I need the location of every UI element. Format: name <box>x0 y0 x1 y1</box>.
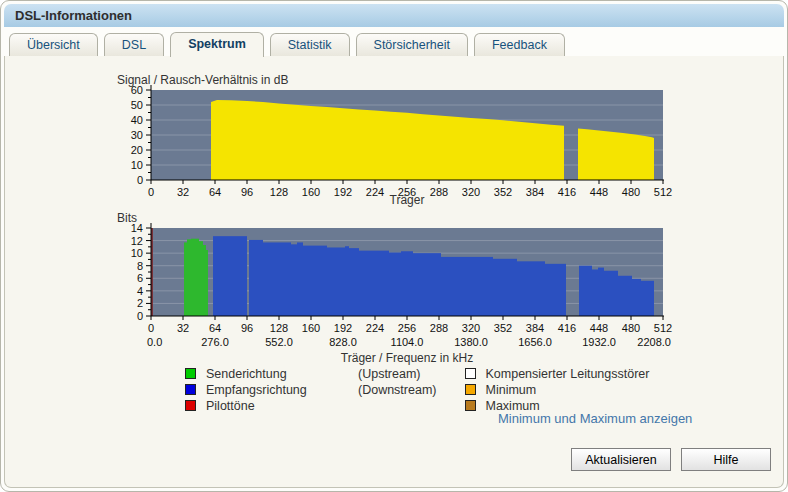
tab-stoersicherheit[interactable]: Störsicherheit <box>356 33 468 56</box>
help-button[interactable]: Hilfe <box>681 448 771 471</box>
svg-text:480: 480 <box>622 322 640 334</box>
svg-text:50: 50 <box>131 99 143 111</box>
svg-text:32: 32 <box>177 322 189 334</box>
tab-feedback[interactable]: Feedback <box>474 33 565 56</box>
svg-text:40: 40 <box>131 114 143 126</box>
svg-text:416: 416 <box>558 322 576 334</box>
svg-text:828.0: 828.0 <box>329 336 357 348</box>
svg-text:0: 0 <box>148 322 154 334</box>
tab-statistik[interactable]: Statistik <box>270 33 350 56</box>
svg-text:12: 12 <box>131 235 143 247</box>
svg-text:64: 64 <box>209 322 221 334</box>
legend-label: Kompensierter Leitungsstörer <box>486 367 650 381</box>
svg-text:224: 224 <box>366 322 384 334</box>
svg-text:224: 224 <box>366 186 384 198</box>
svg-text:288: 288 <box>430 322 448 334</box>
legend-item-upstream: Senderichtung(Upstream) <box>185 366 437 381</box>
svg-text:480: 480 <box>622 186 640 198</box>
svg-text:288: 288 <box>430 186 448 198</box>
legend-label: Senderichtung <box>206 367 358 381</box>
svg-text:64: 64 <box>209 186 221 198</box>
legend-swatch-minimum <box>465 384 476 395</box>
svg-text:0: 0 <box>148 186 154 198</box>
svg-text:192: 192 <box>334 186 352 198</box>
svg-text:96: 96 <box>241 186 253 198</box>
svg-text:30: 30 <box>131 129 143 141</box>
svg-text:14: 14 <box>131 222 143 234</box>
window-panel: DSL-Informationen ÜbersichtDSLSpektrumSt… <box>0 0 788 492</box>
svg-text:320: 320 <box>462 186 480 198</box>
window-title: DSL-Informationen <box>4 4 784 27</box>
svg-text:10: 10 <box>131 159 143 171</box>
svg-text:1104.0: 1104.0 <box>391 336 424 348</box>
chart-svg: Signal / Rausch-Verhältnis in dB01020304… <box>107 72 679 208</box>
svg-text:416: 416 <box>558 186 576 198</box>
svg-text:352: 352 <box>494 186 512 198</box>
svg-text:6: 6 <box>137 272 143 284</box>
svg-text:448: 448 <box>590 186 608 198</box>
svg-text:4: 4 <box>137 285 143 297</box>
legend-label: Empfangsrichtung <box>206 383 358 397</box>
tab-uebersicht[interactable]: Übersicht <box>9 33 98 56</box>
svg-text:160: 160 <box>302 186 320 198</box>
chart-svg: Bits024681012140326496128160192224256288… <box>107 210 693 366</box>
svg-text:1380.0: 1380.0 <box>454 336 488 348</box>
show-min-max-link[interactable]: Minimum und Maximum anzeigen <box>498 411 692 426</box>
legend-swatch-kompensierter-leitungsstoerer <box>465 368 476 379</box>
svg-text:32: 32 <box>177 186 189 198</box>
svg-text:512: 512 <box>654 186 672 198</box>
legend-item-minimum: Minimum <box>465 382 650 397</box>
svg-text:448: 448 <box>590 322 608 334</box>
refresh-button[interactable]: Aktualisieren <box>571 448 671 471</box>
svg-text:256: 256 <box>398 322 416 334</box>
svg-text:10: 10 <box>131 247 143 259</box>
legend-item-pilottoene: Pilottöne <box>185 398 437 413</box>
svg-text:Träger: Träger <box>390 193 425 207</box>
tab-dsl[interactable]: DSL <box>104 33 164 56</box>
svg-text:60: 60 <box>131 84 143 96</box>
svg-text:352: 352 <box>494 322 512 334</box>
svg-text:20: 20 <box>131 144 143 156</box>
legend-label: Minimum <box>486 383 537 397</box>
svg-text:8: 8 <box>137 260 143 272</box>
svg-text:128: 128 <box>270 322 288 334</box>
svg-text:96: 96 <box>241 322 253 334</box>
svg-text:276.0: 276.0 <box>201 336 229 348</box>
svg-text:0: 0 <box>137 310 143 322</box>
legend-swatch-downstream <box>185 384 196 395</box>
button-row: Aktualisieren Hilfe <box>571 448 771 471</box>
snr-chart: Signal / Rausch-Verhältnis in dB01020304… <box>107 72 679 212</box>
svg-text:320: 320 <box>462 322 480 334</box>
svg-text:192: 192 <box>334 322 352 334</box>
chart-legend: Senderichtung(Upstream)Empfangsrichtung(… <box>185 366 649 413</box>
legend-note: (Downstream) <box>358 383 437 397</box>
svg-text:0: 0 <box>137 174 143 186</box>
legend-item-downstream: Empfangsrichtung(Downstream) <box>185 382 437 397</box>
tab-bar: ÜbersichtDSLSpektrumStatistikStörsicherh… <box>4 27 784 57</box>
legend-label: Pilottöne <box>206 399 358 413</box>
dsl-informationen-window: DSL-Informationen ÜbersichtDSLSpektrumSt… <box>0 0 788 492</box>
bits-chart: Bits024681012140326496128160192224256288… <box>107 210 693 370</box>
legend-note: (Upstream) <box>358 367 421 381</box>
legend-item-kompensierter-leitungsstoerer: Kompensierter Leitungsstörer <box>465 366 650 381</box>
tab-spektrum[interactable]: Spektrum <box>170 32 264 57</box>
svg-text:Träger / Frequenz in kHz: Träger / Frequenz in kHz <box>341 351 473 365</box>
svg-text:2208.0: 2208.0 <box>637 336 671 348</box>
legend-swatch-upstream <box>185 368 196 379</box>
svg-text:1932.0: 1932.0 <box>582 336 616 348</box>
svg-text:128: 128 <box>270 186 288 198</box>
svg-text:160: 160 <box>302 322 320 334</box>
svg-text:384: 384 <box>526 186 544 198</box>
svg-text:2: 2 <box>137 297 143 309</box>
legend-swatch-maximum <box>465 400 476 411</box>
spektrum-tab-panel: Signal / Rausch-Verhältnis in dB01020304… <box>4 56 784 488</box>
svg-text:552.0: 552.0 <box>265 336 293 348</box>
svg-text:0.0: 0.0 <box>147 336 162 348</box>
svg-text:512: 512 <box>654 322 672 334</box>
svg-text:384: 384 <box>526 322 544 334</box>
legend-swatch-pilottoene <box>185 400 196 411</box>
svg-text:1656.0: 1656.0 <box>518 336 552 348</box>
